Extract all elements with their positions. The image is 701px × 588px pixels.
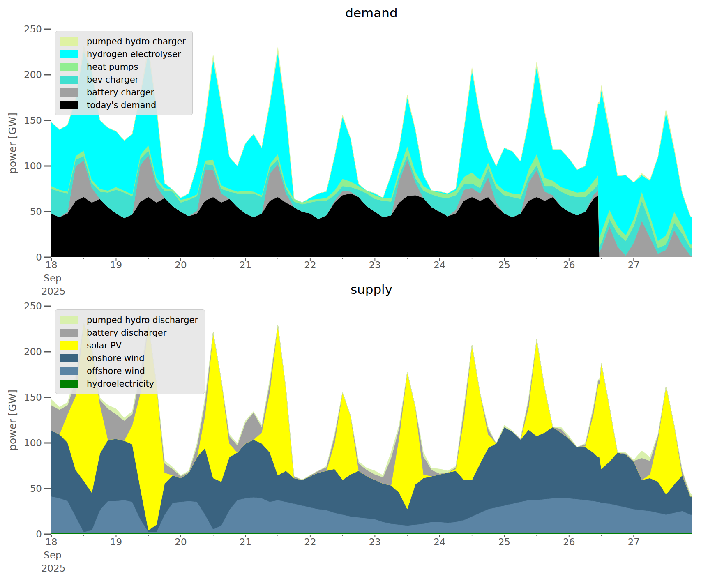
x-tick-label: 19 — [110, 537, 122, 547]
supply-y-axis-label: power [GW] — [7, 358, 18, 482]
legend-swatch-pumped-hydro-discharger — [60, 316, 78, 324]
legend-label: offshore wind — [87, 366, 145, 376]
x-tick-label: 21 — [240, 537, 251, 547]
area-hydroelectricity — [51, 533, 695, 534]
x-axis-month-note: Sep — [44, 273, 61, 284]
legend-item-pumped-hydro-discharger: pumped hydro discharger — [60, 314, 198, 326]
y-tick-label: 0 — [36, 252, 42, 263]
legend-swatch-onshore-wind — [60, 354, 78, 362]
y-tick-label: 100 — [24, 438, 42, 448]
legend-swatch-today-s-demand — [60, 101, 78, 109]
legend-swatch-heat-pumps — [60, 63, 78, 71]
supply-chart-title: supply — [350, 282, 392, 297]
legend-label: bev charger — [87, 75, 138, 85]
y-tick-label: 50 — [30, 206, 42, 217]
legend-item-hydrogen-electrolyser: hydrogen electrolyser — [60, 48, 186, 60]
x-tick-label: 23 — [369, 260, 381, 270]
x-tick-label: 24 — [434, 537, 445, 547]
y-tick-label: 100 — [24, 161, 42, 171]
legend-label: onshore wind — [87, 353, 145, 363]
legend-item-heat-pumps: heat pumps — [60, 60, 186, 73]
supply-legend: pumped hydro dischargerbattery discharge… — [55, 309, 205, 394]
legend-swatch-pumped-hydro-charger — [60, 37, 78, 46]
x-tick-label: 25 — [498, 537, 510, 547]
x-tick-label: 19 — [110, 260, 122, 270]
legend-label: pumped hydro discharger — [87, 315, 198, 325]
x-tick-label: 26 — [563, 260, 575, 270]
y-tick-label: 200 — [24, 69, 42, 80]
x-tick-label: 18 — [45, 260, 57, 270]
y-tick-label: 200 — [24, 346, 42, 357]
legend-label: battery charger — [87, 88, 154, 97]
legend-swatch-offshore-wind — [60, 367, 78, 375]
x-tick-label: 26 — [563, 537, 575, 547]
legend-item-hydroelectricity: hydroelectricity — [60, 377, 198, 390]
x-axis-year-note: 2025 — [42, 286, 66, 297]
legend-item-bev-charger: bev charger — [60, 73, 186, 86]
x-axis-month-note: Sep — [44, 550, 61, 560]
x-axis-year-note: 2025 — [42, 563, 66, 574]
x-tick-label: 20 — [175, 260, 187, 270]
legend-item-pumped-hydro-charger: pumped hydro charger — [60, 35, 186, 48]
demand-y-axis-label: power [GW] — [7, 81, 18, 205]
y-tick-label: 0 — [36, 529, 42, 540]
legend-item-battery-discharger: battery discharger — [60, 326, 198, 339]
x-tick-label: 22 — [304, 260, 316, 270]
x-tick-label: 22 — [304, 537, 316, 547]
legend-item-solar-pv: solar PV — [60, 339, 198, 352]
legend-swatch-solar-pv — [60, 341, 78, 350]
legend-item-offshore-wind: offshore wind — [60, 364, 198, 377]
x-tick-label: 21 — [240, 260, 251, 270]
figure: demand supply power [GW] power [GW] 1819… — [0, 0, 701, 588]
legend-swatch-hydroelectricity — [60, 380, 78, 388]
x-tick-label: 27 — [628, 260, 640, 270]
legend-swatch-hydrogen-electrolyser — [60, 50, 78, 58]
x-tick-label: 23 — [369, 537, 381, 547]
demand-legend: pumped hydro chargerhydrogen electrolyse… — [55, 31, 193, 115]
demand-chart-title: demand — [345, 5, 397, 20]
x-tick-label: 24 — [434, 260, 445, 270]
legend-label: today's demand — [87, 100, 156, 110]
legend-item-battery-charger: battery charger — [60, 86, 186, 99]
y-tick-label: 50 — [30, 483, 42, 494]
y-tick-label: 250 — [24, 24, 42, 35]
legend-label: hydroelectricity — [87, 379, 154, 389]
legend-label: battery discharger — [87, 328, 166, 338]
legend-label: heat pumps — [87, 62, 138, 72]
legend-swatch-bev-charger — [60, 76, 78, 84]
legend-label: pumped hydro charger — [87, 37, 186, 46]
legend-swatch-battery-charger — [60, 88, 78, 97]
legend-item-today-s-demand: today's demand — [60, 99, 186, 111]
y-tick-label: 150 — [24, 115, 42, 126]
x-tick-label: 20 — [175, 537, 187, 547]
legend-label: solar PV — [87, 341, 122, 350]
legend-swatch-battery-discharger — [60, 329, 78, 337]
x-tick-label: 25 — [498, 260, 510, 270]
legend-label: hydrogen electrolyser — [87, 49, 181, 59]
x-tick-label: 18 — [45, 537, 57, 547]
legend-item-onshore-wind: onshore wind — [60, 352, 198, 364]
x-tick-label: 27 — [628, 537, 640, 547]
y-tick-label: 250 — [24, 301, 42, 311]
y-tick-label: 150 — [24, 392, 42, 403]
